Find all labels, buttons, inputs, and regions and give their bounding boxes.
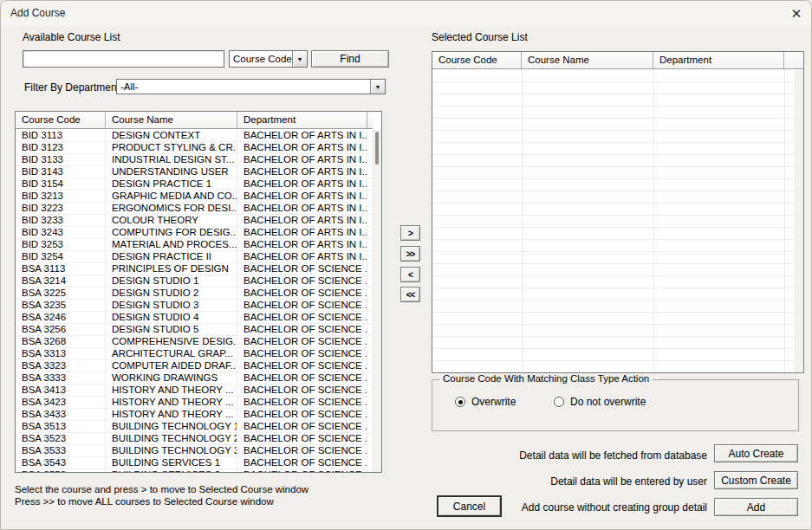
column-header-department[interactable]: Department xyxy=(237,112,367,128)
table-cell-code: BID 3123 xyxy=(16,142,106,153)
radio-button-icon[interactable] xyxy=(455,397,465,407)
table-row[interactable]: BID 3223ERGONOMICS FOR DESI...BACHELOR O… xyxy=(16,203,373,215)
filter-department-value: -All- xyxy=(117,81,370,92)
table-cell-department: BACHELOR OF ARTS IN I... xyxy=(237,251,367,262)
table-cell-department: BACHELOR OF SCIENCE ... xyxy=(237,433,367,444)
table-cell-name: MATERIAL AND PROCES... xyxy=(106,239,237,250)
table-cell-department: BACHELOR OF SCIENCE ... xyxy=(237,469,367,473)
table-row[interactable]: BSA 3313ARCHITECTURAL GRAP...BACHELOR OF… xyxy=(16,348,373,360)
table-row[interactable]: BSA 3513BUILDING TECHNOLOGY 1BACHELOR OF… xyxy=(16,421,373,433)
table-cell-name: HISTORY AND THEORY ... xyxy=(106,385,237,396)
table-row[interactable]: BID 3113DESIGN CONTEXTBACHELOR OF ARTS I… xyxy=(16,130,373,142)
table-cell-department: BACHELOR OF SCIENCE ... xyxy=(237,360,367,372)
filter-department-combobox[interactable]: -All- ▼ xyxy=(116,79,386,94)
custom-create-button[interactable]: Custom Create xyxy=(714,471,798,489)
radio-button-icon[interactable] xyxy=(554,397,564,407)
column-header-course-name[interactable]: Course Name xyxy=(522,52,653,68)
table-cell-code: BID 3233 xyxy=(16,215,106,226)
table-row[interactable]: BSA 3533BUILDING TECHNOLOGY 3BACHELOR OF… xyxy=(16,445,373,457)
table-cell-department: BACHELOR OF SCIENCE ... xyxy=(237,409,367,420)
chevron-down-icon[interactable]: ▼ xyxy=(370,80,385,94)
chevron-down-icon[interactable]: ▼ xyxy=(292,51,307,67)
title-bar: Add Course ✕ xyxy=(1,1,811,27)
table-row[interactable]: BID 3213GRAPHIC MEDIA AND CO...BACHELOR … xyxy=(16,191,373,203)
move-selected-button[interactable]: > xyxy=(400,225,420,241)
table-row[interactable]: BSA 3268COMPREHENSIVE DESIG...BACHELOR O… xyxy=(16,336,373,348)
vertical-scrollbar[interactable] xyxy=(794,70,804,373)
table-cell-name: PRINCIPLES OF DESIGN xyxy=(106,263,237,275)
table-row[interactable]: BSA 3113PRINCIPLES OF DESIGNBACHELOR OF … xyxy=(16,263,373,275)
table-row[interactable]: BID 3233COLOUR THEORYBACHELOR OF ARTS IN… xyxy=(16,215,373,227)
table-cell-code: BSA 3543 xyxy=(16,457,106,469)
vertical-scrollbar[interactable] xyxy=(372,130,382,473)
add-button[interactable]: Add xyxy=(714,498,798,516)
grid-vline xyxy=(522,70,523,373)
table-row[interactable]: BID 3154DESIGN PRACTICE 1BACHELOR OF ART… xyxy=(16,178,373,191)
search-by-value: Course Code xyxy=(230,54,292,64)
table-row[interactable]: BSA 3433HISTORY AND THEORY ...BACHELOR O… xyxy=(16,409,373,421)
table-row[interactable]: BID 3133INDUSTRIAL DESIGN ST...BACHELOR … xyxy=(16,154,373,166)
auto-create-button[interactable]: Auto Create xyxy=(714,444,798,462)
table-cell-name: BUILDING TECHNOLOGY 1 xyxy=(106,421,237,432)
table-row[interactable]: BSA 3553BUILDING SERVICES 2BACHELOR OF S… xyxy=(16,469,373,473)
search-input[interactable] xyxy=(23,50,224,68)
table-cell-code: BID 3154 xyxy=(16,178,106,190)
table-row[interactable]: BSA 3246DESIGN STUDIO 4BACHELOR OF SCIEN… xyxy=(16,312,373,324)
find-button[interactable]: Find xyxy=(311,50,389,68)
table-cell-name: COMPUTING FOR DESIG... xyxy=(106,227,237,238)
remove-all-button[interactable]: << xyxy=(400,287,420,302)
selected-course-list-label: Selected Course List xyxy=(432,31,528,43)
table-cell-name: DESIGN STUDIO 3 xyxy=(106,300,237,311)
table-cell-name: WORKING DRAWINGS xyxy=(106,372,237,384)
table-cell-department: BACHELOR OF SCIENCE ... xyxy=(237,385,367,396)
table-row[interactable]: BID 3254DESIGN PRACTICE IIBACHELOR OF AR… xyxy=(16,251,373,263)
table-cell-department: BACHELOR OF ARTS IN I... xyxy=(237,178,367,190)
table-row[interactable]: BSA 3423HISTORY AND THEORY ...BACHELOR O… xyxy=(16,397,373,409)
move-all-button[interactable]: >> xyxy=(400,246,420,262)
search-by-combobox[interactable]: Course Code ▼ xyxy=(229,50,308,68)
cancel-button[interactable]: Cancel xyxy=(438,496,501,516)
custom-create-hint: Detail data will be entered by user xyxy=(432,475,707,488)
table-row[interactable]: BSA 3413HISTORY AND THEORY ...BACHELOR O… xyxy=(16,385,373,397)
overwrite-radio-label: Overwrite xyxy=(471,396,516,408)
table-cell-name: DESIGN STUDIO 2 xyxy=(106,288,237,299)
table-row[interactable]: BSA 3256DESIGN STUDIO 5BACHELOR OF SCIEN… xyxy=(16,324,373,336)
auto-create-hint: Detail data will be fetched from databas… xyxy=(432,449,707,462)
footer-hint-line1: Select the course and press > to move to… xyxy=(15,484,309,494)
table-cell-department: BACHELOR OF SCIENCE ... xyxy=(237,457,367,469)
scrollbar-thumb[interactable] xyxy=(375,132,379,165)
close-icon[interactable]: ✕ xyxy=(784,3,809,24)
table-row[interactable]: BID 3143UNDERSTANDING USERBACHELOR OF AR… xyxy=(16,166,373,178)
table-cell-code: BID 3113 xyxy=(16,130,106,141)
table-cell-code: BSA 3423 xyxy=(16,397,106,408)
table-row[interactable]: BID 3123PRODUCT STYLING & CR...BACHELOR … xyxy=(16,142,373,154)
table-row[interactable]: BSA 3333WORKING DRAWINGSBACHELOR OF SCIE… xyxy=(16,372,373,385)
table-row[interactable]: BSA 3523BUILDING TECHNOLOGY 2BACHELOR OF… xyxy=(16,433,373,445)
table-row[interactable]: BID 3243COMPUTING FOR DESIG...BACHELOR O… xyxy=(16,227,373,239)
do-not-overwrite-radio[interactable]: Do not overwrite xyxy=(554,396,646,408)
table-row[interactable]: BSA 3543BUILDING SERVICES 1BACHELOR OF S… xyxy=(16,457,373,469)
remove-selected-button[interactable]: < xyxy=(400,267,420,282)
table-row[interactable]: BSA 3214DESIGN STUDIO 1BACHELOR OF SCIEN… xyxy=(16,275,373,288)
available-course-rows: BID 3113DESIGN CONTEXTBACHELOR OF ARTS I… xyxy=(16,130,373,473)
column-header-course-code[interactable]: Course Code xyxy=(16,112,106,128)
overwrite-radio[interactable]: Overwrite xyxy=(455,396,516,408)
column-header-course-code[interactable]: Course Code xyxy=(432,52,522,68)
available-course-list-label: Available Course List xyxy=(23,31,120,43)
table-cell-name: HISTORY AND THEORY ... xyxy=(106,397,237,408)
table-row[interactable]: BID 3253MATERIAL AND PROCES...BACHELOR O… xyxy=(16,239,373,251)
table-row[interactable]: BSA 3225DESIGN STUDIO 2BACHELOR OF SCIEN… xyxy=(16,288,373,300)
column-header-department[interactable]: Department xyxy=(653,52,784,68)
column-header-course-name[interactable]: Course Name xyxy=(106,112,237,128)
table-cell-department: BACHELOR OF SCIENCE ... xyxy=(237,263,367,275)
table-cell-department: BACHELOR OF ARTS IN I... xyxy=(237,154,367,165)
do-not-overwrite-radio-label: Do not overwrite xyxy=(570,396,646,408)
column-header-blank xyxy=(784,52,803,68)
table-cell-code: BSA 3433 xyxy=(16,409,106,420)
table-cell-name: BUILDING TECHNOLOGY 3 xyxy=(106,445,237,456)
table-cell-code: BSA 3256 xyxy=(16,324,106,335)
table-row[interactable]: BSA 3323COMPUTER AIDED DRAF...BACHELOR O… xyxy=(16,360,373,372)
table-row[interactable]: BSA 3235DESIGN STUDIO 3BACHELOR OF SCIEN… xyxy=(16,300,373,312)
table-cell-code: BSA 3246 xyxy=(16,312,106,323)
table-cell-code: BID 3243 xyxy=(16,227,106,238)
